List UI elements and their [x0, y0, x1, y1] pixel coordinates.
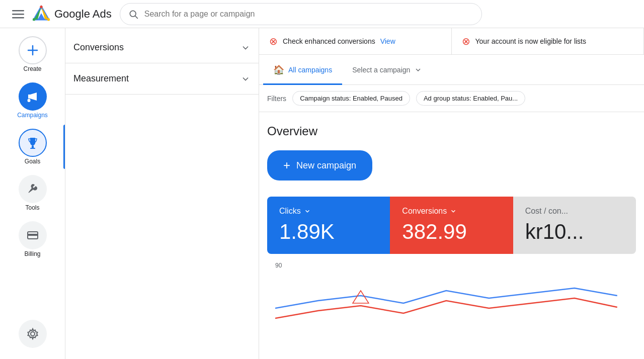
svg-rect-2 [12, 17, 24, 19]
chart-area: 90 [267, 254, 636, 343]
measurement-section: Measurement [65, 63, 259, 95]
left-panel: Conversions Measurement [65, 28, 259, 359]
conversions-metric-label: Conversions [402, 207, 501, 216]
filter-adgroup-status[interactable]: Ad group status: Enabled, Pau... [416, 91, 525, 106]
svg-point-6 [47, 18, 50, 21]
clicks-dropdown-icon[interactable] [304, 208, 311, 215]
svg-point-5 [40, 5, 42, 8]
overview-chart [275, 273, 628, 333]
goals-trophy-icon [26, 136, 40, 150]
measurement-chevron-icon [240, 74, 251, 84]
notification-enhanced-conversions: ⊗ Check enhanced conversions View [259, 28, 452, 54]
sidebar-item-goals[interactable]: Goals [0, 125, 65, 169]
campaigns-icon [26, 89, 40, 104]
tab-all-campaigns-label: All campaigns [288, 66, 332, 74]
chart-y-label: 90 [275, 262, 628, 269]
filters-label: Filters [267, 95, 286, 103]
sidebar-goals-label: Goals [25, 158, 40, 165]
tools-icon [26, 182, 40, 196]
svg-rect-14 [32, 146, 34, 148]
new-campaign-plus-icon: + [283, 158, 290, 172]
sidebar-item-create[interactable]: Create [0, 32, 65, 76]
menu-icon[interactable] [8, 4, 28, 24]
sidebar-create-label: Create [23, 65, 41, 72]
settings-gear-icon [26, 327, 40, 341]
campaigns-icon-circle [19, 82, 47, 111]
tab-select-campaign[interactable]: Select a campaign [342, 56, 432, 85]
conversions-header[interactable]: Conversions [73, 32, 251, 63]
billing-icon [26, 228, 40, 242]
notif-text-2: Your account is now eligible for lists [475, 37, 587, 45]
conversions-section: Conversions [65, 32, 259, 63]
notif-view-link[interactable]: View [380, 37, 395, 45]
sidebar: Create Campaigns Goals [0, 28, 65, 359]
notifications-banner: ⊗ Check enhanced conversions View ⊗ Your… [259, 28, 644, 55]
sidebar-item-tools[interactable]: Tools [0, 171, 65, 215]
measurement-title: Measurement [73, 73, 129, 84]
new-campaign-label: New campaign [296, 160, 356, 171]
measurement-header[interactable]: Measurement [73, 63, 251, 94]
cost-value: kr10... [525, 220, 624, 244]
sidebar-campaigns-label: Campaigns [17, 112, 48, 119]
conversions-chevron-icon [240, 43, 251, 53]
svg-line-9 [135, 16, 138, 18]
clicks-label: Clicks [279, 207, 378, 216]
svg-rect-0 [12, 10, 24, 12]
logo: Google Ads [32, 5, 112, 23]
billing-icon-circle [19, 221, 47, 249]
warning-icon-2: ⊗ [462, 35, 470, 47]
search-icon [128, 9, 138, 19]
notif-text-1: Check enhanced conversions [283, 37, 375, 45]
sidebar-tools-label: Tools [25, 204, 39, 211]
sidebar-item-settings[interactable] [0, 316, 65, 357]
sidebar-item-billing[interactable]: Billing [0, 217, 65, 261]
overview-section: Overview + New campaign Clicks 1.89K Con… [259, 112, 644, 355]
clicks-chart-line [275, 288, 617, 308]
filters-bar: Filters Campaign status: Enabled, Paused… [259, 85, 644, 112]
sidebar-item-campaigns[interactable]: Campaigns [0, 78, 65, 123]
conversions-chart-line [275, 298, 617, 318]
overview-title: Overview [267, 124, 636, 138]
cost-label: Cost / con... [525, 207, 624, 216]
svg-rect-17 [28, 234, 38, 236]
app-title: Google Ads [54, 8, 112, 21]
main-content: 🏠 All campaigns Select a campaign Filter… [259, 28, 644, 359]
svg-rect-13 [28, 99, 30, 100]
filter-campaign-status[interactable]: Campaign status: Enabled, Paused [292, 91, 410, 106]
tab-chevron-icon [414, 66, 422, 74]
create-icon-circle [19, 36, 47, 64]
plus-icon [26, 43, 40, 57]
metrics-row: Clicks 1.89K Conversions 382.99 [267, 197, 636, 254]
metric-card-clicks: Clicks 1.89K [267, 197, 390, 254]
conversions-title: Conversions [73, 42, 124, 53]
settings-icon-circle [19, 320, 47, 348]
svg-point-7 [33, 18, 35, 21]
svg-rect-15 [30, 148, 35, 149]
conversions-value: 382.99 [402, 220, 501, 244]
metric-card-cost: Cost / con... kr10... [513, 197, 636, 254]
search-bar[interactable] [120, 3, 482, 25]
header: Google Ads [0, 0, 644, 28]
metric-card-conversions: Conversions 382.99 [390, 197, 513, 254]
active-indicator [63, 125, 65, 169]
svg-point-18 [31, 332, 35, 336]
google-ads-logo-icon [32, 5, 50, 23]
tabs-bar: 🏠 All campaigns Select a campaign [259, 56, 644, 85]
conversions-dropdown-icon[interactable] [450, 208, 457, 215]
warning-icon: ⊗ [269, 35, 278, 47]
clicks-value: 1.89K [279, 220, 378, 244]
tab-select-campaign-label: Select a campaign [352, 66, 410, 74]
search-input[interactable] [144, 10, 473, 19]
home-icon: 🏠 [273, 64, 284, 75]
goals-icon-circle [19, 129, 47, 157]
sidebar-billing-label: Billing [24, 250, 40, 257]
svg-rect-1 [12, 14, 24, 15]
notification-account-eligible: ⊗ Your account is now eligible for lists [452, 28, 645, 54]
tools-icon-circle [19, 175, 47, 203]
new-campaign-button[interactable]: + New campaign [267, 150, 372, 181]
tab-all-campaigns[interactable]: 🏠 All campaigns [263, 56, 342, 85]
